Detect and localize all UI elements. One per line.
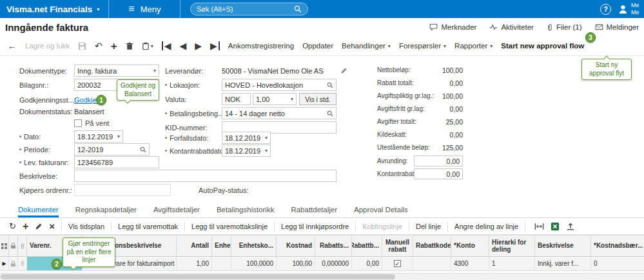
column-header-beskrivelse[interactable]: Beskrivelse [535,235,591,257]
column-header-kostnad[interactable]: Kostnad [277,235,315,257]
dokumenttype-select[interactable]: Inng. faktura ▾ [74,65,159,77]
aktiviteter-button[interactable]: Aktiviteter [489,23,534,31]
meny-button[interactable]: ≡ Meny [109,4,180,14]
filer-button[interactable]: Filer (1) [547,23,582,32]
beskrivelse-input[interactable] [74,170,337,182]
manuell-rabatt-checkbox[interactable] [394,260,401,267]
cell-enhet[interactable] [212,257,231,271]
oppdater-button[interactable]: Oppdater [302,42,333,50]
lev-fakturanr-input[interactable] [74,156,159,168]
brand-menu[interactable]: Visma.net Financials ▾ [0,5,108,14]
ankomstregistrering-button[interactable]: Ankomstregistrering [228,42,294,50]
global-search-input[interactable] [197,5,294,13]
tab-dokumenter[interactable]: Dokumenter [18,203,59,217]
column-header-konto[interactable]: *Konto [451,235,489,257]
legg-til-varemottakslinje-button[interactable]: Legg til varemottakslinje [191,223,268,230]
help-button[interactable]: ? [600,4,611,15]
legg-til-varemottak-button[interactable]: Legg til varemottak [118,223,178,230]
row-lock-icon[interactable] [9,257,18,271]
copy-paste-icon[interactable]: ▾ [142,42,153,50]
valuta-rate-select[interactable]: 1,00 ▾ [253,93,297,105]
cell-enhetskostnad[interactable]: 100,0000 [231,257,277,271]
user-name: Me Me [631,2,644,16]
next-record-icon[interactable]: ▶ [195,41,202,50]
cell-rabattkode[interactable] [413,257,451,271]
undo-icon[interactable]: ↶ [95,41,102,50]
meldinger-button[interactable]: Meldinger [595,23,639,31]
cell-antall[interactable]: 1,00 [177,257,212,271]
koblingslinje-button[interactable]: Koblingslinje [362,223,402,230]
tab-regnskapsdetaljer[interactable]: Regnskapsdetaljer [75,203,137,217]
legg-til-innkjopsordre-button[interactable]: Legg til innkjøpsordre [281,223,349,230]
column-header-hierarki-for-deling[interactable]: Hierarki for deling [489,235,535,257]
periode-lookup[interactable]: 12-2019 [74,143,150,155]
horizontal-scrollbar[interactable] [0,273,644,280]
save-and-close-button[interactable]: Lagre og lukk [25,42,70,50]
add-record-icon[interactable]: + [111,41,117,52]
pa-vent-checkbox[interactable] [74,119,82,127]
user-menu[interactable]: Me Me [618,2,644,16]
row-selector[interactable]: ▶ [0,257,9,271]
column-header-rabattsats[interactable]: Rabatts... [315,235,352,257]
first-record-icon[interactable]: ◀ [162,41,171,50]
edit-pencil-icon[interactable] [340,67,347,74]
kontantrabattdato-datepicker[interactable]: 18.12.2019 ▾ [222,145,271,157]
excel-export-icon[interactable] [551,222,560,231]
vis-tidsplan-button[interactable]: Vis tidsplan [68,223,104,230]
kontantrabatt-input[interactable] [414,168,463,179]
attachment-column-header-icon[interactable] [18,235,27,257]
add-row-icon[interactable]: + [23,221,28,232]
lock-column-header-icon[interactable] [9,235,18,257]
rapporter-dropdown[interactable]: Rapporter▾ [454,42,493,50]
leverandor-value[interactable]: 50008 - VismaNet Demo Ole AS [222,67,338,75]
cell-beskrivelse[interactable]: Innkj. varer f... [535,257,591,271]
search-icon[interactable] [294,5,302,13]
kjopers-ordrenr-input[interactable] [74,184,171,196]
betalingsbetingelser-lookup[interactable]: 14 - 14 dager netto [222,107,337,119]
cell-kostnadsbaerer[interactable]: 0 [591,257,644,271]
angre-deling-av-linje-button[interactable]: Angre deling av linje [454,223,518,230]
column-header-kostnadsbaerer[interactable]: *Kostnadsbær... [591,235,644,257]
back-icon[interactable]: ← [8,41,17,50]
tab-avgiftsdetaljer[interactable]: Avgiftsdetaljer [153,203,200,217]
lokasjon-lookup[interactable]: HOVED - Hovedlokasjon [222,79,337,91]
start-new-approval-flow-button[interactable]: Start new approval flow [501,42,584,50]
vis-i-std-button[interactable]: Vis i std. [299,93,337,105]
field-kjopers-ordrenr: Kjøpers ordrenr.: [19,184,171,196]
cell-manuell-rabatt[interactable] [382,257,413,271]
avrunding-input[interactable] [414,155,463,166]
upload-icon[interactable] [566,222,575,231]
column-header-enhet[interactable]: Enhe [212,235,231,257]
cell-rabattsats[interactable]: 0,000000 [315,257,352,271]
grid-settings-icon[interactable] [0,235,9,257]
cell-konto[interactable]: 4300 [451,257,489,271]
column-header-antall[interactable]: Antall [177,235,212,257]
cell-rabattbelop[interactable]: 0,00 [352,257,382,271]
tab-betalingshistorikk[interactable]: Betalingshistorikk [217,203,274,217]
column-header-enhetskostnad[interactable]: Enhetsko... [231,235,277,257]
column-header-rabattbelop[interactable]: Rabattb... [352,235,382,257]
refresh-icon[interactable]: ↻ [9,222,16,230]
fit-width-icon[interactable] [534,223,544,230]
column-header-manuell-rabatt[interactable]: Manuell rabatt [382,235,413,257]
tab-rabattdetaljer[interactable]: Rabattdetaljer [291,203,337,217]
dato-datepicker[interactable]: 18.12.2019 ▾ [74,130,123,143]
delete-icon[interactable] [126,42,133,50]
valuta-code-input[interactable] [222,93,251,105]
del-linje-button[interactable]: Del linje [416,223,441,230]
cell-kostnad[interactable]: 100,00 [277,257,315,271]
delete-row-icon[interactable]: × [49,221,55,231]
edit-row-icon[interactable] [35,223,43,230]
foresporsler-dropdown[interactable]: Forespørsler▾ [399,42,446,50]
scrollbar-thumb[interactable] [1,274,395,279]
merknader-button[interactable]: Merknader [429,23,476,31]
tab-approval-details[interactable]: Approval Details [354,203,408,217]
forfallsdato-datepicker[interactable]: 18.12.2019 ▾ [222,132,271,144]
previous-record-icon[interactable]: ◀ [180,41,187,50]
column-header-rabattkode[interactable]: Rabattkode [413,235,451,257]
last-record-icon[interactable]: ▶ [210,41,220,50]
save-icon[interactable] [78,42,86,50]
row-attachment-icon[interactable] [18,257,27,271]
cell-hierarki-for-deling[interactable]: 1 [489,257,535,271]
behandlinger-dropdown[interactable]: Behandlinger▾ [342,42,391,50]
